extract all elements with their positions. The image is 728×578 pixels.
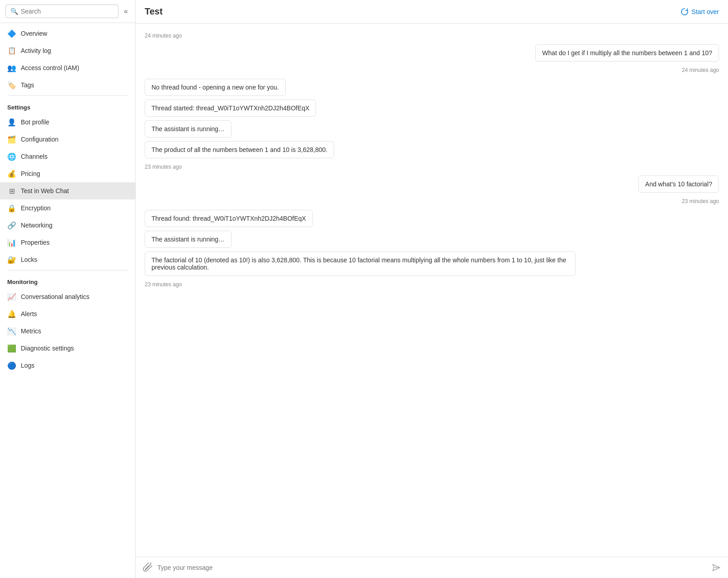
- sidebar-item-label: Logs: [21, 362, 34, 369]
- properties-icon: 📊: [7, 238, 16, 247]
- timestamp-1: 24 minutes ago: [145, 33, 719, 39]
- bot-message-1: No thread found - opening a new one for …: [145, 79, 286, 96]
- sidebar-item-label: Properties: [21, 239, 50, 246]
- sidebar-item-label: Overview: [21, 30, 47, 37]
- search-icon: 🔍: [10, 8, 18, 15]
- bot-message-6: The assistant is running…: [145, 231, 232, 248]
- sidebar-item-label: Activity log: [21, 47, 51, 54]
- sidebar-item-overview[interactable]: 🔷 Overview: [0, 25, 135, 42]
- sidebar-item-label: Tags: [21, 81, 34, 89]
- chat-title: Test: [145, 6, 163, 17]
- bot-message-7: The factorial of 10 (denoted as 10!) is …: [145, 251, 576, 276]
- pricing-icon: 💰: [7, 169, 16, 178]
- sidebar: 🔍 « 🔷 Overview 📋 Activity log 👥 Access c…: [0, 0, 136, 578]
- sidebar-item-channels[interactable]: 🌐 Channels: [0, 148, 135, 165]
- test-web-chat-icon: ⊞: [7, 186, 16, 195]
- timestamp-5: 23 minutes ago: [145, 281, 719, 288]
- start-over-button[interactable]: Start over: [681, 8, 719, 16]
- networking-icon: 🔗: [7, 221, 16, 230]
- sidebar-item-label: Networking: [21, 222, 52, 229]
- sidebar-item-pricing[interactable]: 💰 Pricing: [0, 165, 135, 182]
- sidebar-item-label: Test in Web Chat: [21, 187, 69, 194]
- start-over-label: Start over: [691, 8, 719, 15]
- collapse-button[interactable]: «: [122, 5, 130, 17]
- sidebar-item-label: Encryption: [21, 204, 51, 212]
- sidebar-item-encryption[interactable]: 🔒 Encryption: [0, 199, 135, 217]
- sidebar-item-configuration[interactable]: 🗂️ Configuration: [0, 131, 135, 148]
- search-container: 🔍 «: [0, 0, 135, 23]
- channels-icon: 🌐: [7, 152, 16, 161]
- bot-message-4: The product of all the numbers between 1…: [145, 141, 334, 158]
- send-icon: [712, 563, 721, 572]
- sidebar-item-metrics[interactable]: 📉 Metrics: [0, 322, 135, 340]
- activity-log-icon: 📋: [7, 46, 16, 55]
- settings-nav: 👤 Bot profile 🗂️ Configuration 🌐 Channel…: [0, 114, 135, 268]
- sidebar-item-label: Alerts: [21, 310, 37, 317]
- chat-header: Test Start over: [136, 0, 728, 24]
- sidebar-item-tags[interactable]: 🏷️ Tags: [0, 76, 135, 94]
- chat-input[interactable]: [157, 564, 707, 571]
- sidebar-item-label: Channels: [21, 153, 47, 160]
- alerts-icon: 🔔: [7, 309, 16, 318]
- sidebar-item-logs[interactable]: 🔵 Logs: [0, 357, 135, 374]
- send-button[interactable]: [712, 563, 721, 572]
- sidebar-item-test-in-web-chat[interactable]: ⊞ Test in Web Chat: [0, 182, 135, 199]
- logs-icon: 🔵: [7, 361, 16, 370]
- configuration-icon: 🗂️: [7, 135, 16, 144]
- sidebar-item-access-control[interactable]: 👥 Access control (IAM): [0, 59, 135, 76]
- bot-message-3: The assistant is running…: [145, 120, 232, 137]
- main-content: Test Start over 24 minutes ago What do I…: [136, 0, 728, 578]
- metrics-icon: 📉: [7, 327, 16, 336]
- bot-profile-icon: 👤: [7, 118, 16, 127]
- attach-button[interactable]: [143, 563, 153, 573]
- sidebar-item-label: Locks: [21, 256, 38, 263]
- search-box: 🔍: [5, 5, 118, 18]
- search-input[interactable]: [21, 8, 113, 15]
- sidebar-item-label: Conversational analytics: [21, 293, 90, 300]
- timestamp-4: 23 minutes ago: [145, 198, 719, 204]
- encryption-icon: 🔒: [7, 204, 16, 213]
- diagnostic-settings-icon: 🟩: [7, 344, 16, 353]
- sidebar-item-bot-profile[interactable]: 👤 Bot profile: [0, 114, 135, 131]
- sidebar-item-activity-log[interactable]: 📋 Activity log: [0, 42, 135, 59]
- locks-icon: 🔐: [7, 255, 16, 264]
- sidebar-item-label: Configuration: [21, 136, 58, 143]
- bot-message-2: Thread started: thread_W0iT1oYWTXnh2DJ2h…: [145, 99, 316, 117]
- paperclip-icon: [143, 563, 153, 573]
- sidebar-item-alerts[interactable]: 🔔 Alerts: [0, 305, 135, 322]
- overview-icon: 🔷: [7, 29, 16, 38]
- sidebar-item-networking[interactable]: 🔗 Networking: [0, 217, 135, 234]
- settings-divider: [7, 95, 128, 96]
- access-control-icon: 👥: [7, 63, 16, 72]
- chat-input-area: [136, 557, 728, 578]
- tags-icon: 🏷️: [7, 81, 16, 90]
- settings-section-label: Settings: [0, 98, 135, 114]
- sidebar-item-properties[interactable]: 📊 Properties: [0, 234, 135, 251]
- sidebar-item-diagnostic-settings[interactable]: 🟩 Diagnostic settings: [0, 340, 135, 357]
- sidebar-item-locks[interactable]: 🔐 Locks: [0, 251, 135, 268]
- bot-message-5: Thread found: thread_W0iT1oYWTXnh2DJ2h4B…: [145, 210, 313, 227]
- chat-messages-area: 24 minutes ago What do I get if I multip…: [136, 24, 728, 557]
- monitoring-section-label: Monitoring: [0, 272, 135, 288]
- monitoring-divider: [7, 270, 128, 270]
- timestamp-3: 23 minutes ago: [145, 164, 719, 170]
- timestamp-2: 24 minutes ago: [145, 67, 719, 73]
- sidebar-item-label: Access control (IAM): [21, 64, 79, 71]
- conversational-analytics-icon: 📈: [7, 292, 16, 301]
- top-nav: 🔷 Overview 📋 Activity log 👥 Access contr…: [0, 25, 135, 94]
- sidebar-item-label: Diagnostic settings: [21, 345, 74, 352]
- sidebar-item-label: Metrics: [21, 327, 41, 335]
- sidebar-item-conversational-analytics[interactable]: 📈 Conversational analytics: [0, 288, 135, 305]
- user-message-2: And what's 10 factorial?: [638, 175, 719, 193]
- sidebar-item-label: Pricing: [21, 170, 40, 177]
- user-message-1: What do I get if I multiply all the numb…: [535, 44, 719, 62]
- start-over-icon: [681, 8, 689, 16]
- monitoring-nav: 📈 Conversational analytics 🔔 Alerts 📉 Me…: [0, 288, 135, 374]
- sidebar-item-label: Bot profile: [21, 118, 49, 126]
